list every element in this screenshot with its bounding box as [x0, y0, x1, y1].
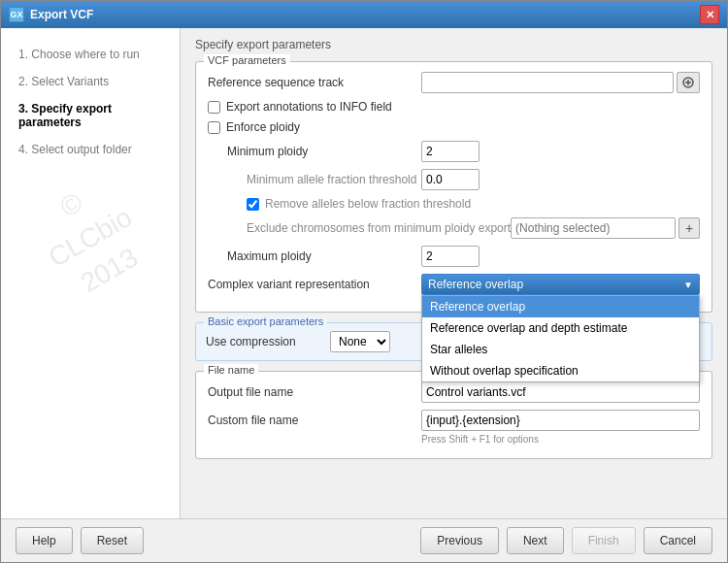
min-ploidy-label: Minimum ploidy: [208, 145, 421, 158]
dropdown-arrow-icon: ▼: [683, 280, 693, 290]
enforce-ploidy-row: Enforce ploidy: [208, 120, 700, 134]
watermark: ©CLCbio2013: [1, 149, 187, 327]
min-ploidy-input[interactable]: [421, 141, 480, 162]
ref-seq-browse-button[interactable]: [677, 72, 700, 93]
custom-file-row: Custom file name Press Shift + F1 for op…: [208, 410, 700, 431]
output-file-row: Output file name: [208, 381, 700, 403]
complex-variant-dropdown[interactable]: Reference overlap ▼ Reference overlap Re…: [421, 274, 700, 295]
vcf-params-title: VCF parameters: [204, 54, 290, 66]
min-allele-input[interactable]: [421, 169, 480, 190]
ref-seq-row: Reference sequence track: [208, 72, 700, 93]
sidebar-item-step2[interactable]: 2. Select Variants: [11, 70, 170, 93]
app-icon: GX: [9, 7, 24, 22]
custom-file-input[interactable]: [421, 410, 700, 431]
export-annotations-checkbox[interactable]: [208, 101, 220, 114]
enforce-ploidy-checkbox[interactable]: [208, 121, 220, 134]
output-file-label: Output file name: [208, 385, 421, 399]
finish-button: Finish: [572, 527, 636, 554]
export-vcf-window: GX Export VCF ✕ 1. Choose where to run 2…: [0, 0, 728, 563]
complex-variant-value: Reference overlap: [428, 278, 523, 291]
ref-seq-input[interactable]: [421, 72, 674, 93]
export-annotations-label: Export annotations to INFO field: [226, 100, 392, 114]
exclude-chrom-label: Exclude chromosomes from minimum ploidy …: [208, 221, 511, 235]
dropdown-option-0[interactable]: Reference overlap: [422, 296, 699, 317]
exclude-chrom-input[interactable]: [511, 217, 676, 239]
sidebar-item-step4[interactable]: 4. Select output folder: [11, 138, 170, 161]
main-content: Specify export parameters VCF parameters…: [181, 28, 727, 518]
use-compression-label: Use compression: [206, 335, 322, 348]
custom-file-label: Custom file name: [208, 414, 421, 427]
exclude-chrom-add-button[interactable]: +: [678, 217, 700, 239]
basic-params-title: Basic export parameters: [204, 315, 327, 327]
sidebar-item-step1[interactable]: 1. Choose where to run: [11, 43, 170, 66]
previous-button[interactable]: Previous: [420, 527, 499, 554]
cancel-button[interactable]: Cancel: [644, 527, 712, 554]
footer-right-buttons: Previous Next Finish Cancel: [420, 527, 712, 554]
close-button[interactable]: ✕: [700, 5, 719, 24]
dropdown-option-3[interactable]: Without overlap specification: [422, 360, 699, 381]
custom-file-container: Press Shift + F1 for options: [421, 410, 700, 431]
complex-variant-selected[interactable]: Reference overlap ▼: [421, 274, 700, 295]
remove-alleles-row: Remove alleles below fraction threshold: [208, 197, 700, 211]
vcf-params-group: VCF parameters Reference sequence track …: [195, 61, 712, 313]
file-name-group: File name Output file name Custom file n…: [195, 371, 712, 459]
dropdown-option-1[interactable]: Reference overlap and depth estimate: [422, 317, 699, 339]
footer-left-buttons: Help Reset: [16, 527, 144, 554]
remove-alleles-label: Remove alleles below fraction threshold: [265, 197, 471, 211]
complex-variant-menu: Reference overlap Reference overlap and …: [421, 295, 700, 382]
section-title: Specify export parameters: [195, 38, 712, 51]
sidebar-item-step3[interactable]: 3. Specify export parameters: [11, 97, 170, 134]
min-allele-label: Minimum allele fraction threshold: [208, 173, 421, 186]
remove-alleles-checkbox[interactable]: [247, 198, 259, 211]
ref-seq-input-group: [421, 72, 700, 93]
complex-variant-row: Complex variant representation Reference…: [208, 274, 700, 295]
ref-seq-label: Reference sequence track: [208, 76, 421, 89]
max-ploidy-input[interactable]: [421, 246, 480, 267]
reset-button[interactable]: Reset: [81, 527, 144, 554]
title-bar: GX Export VCF ✕: [1, 1, 727, 28]
min-allele-row: Minimum allele fraction threshold: [208, 169, 700, 190]
dropdown-option-2[interactable]: Star alleles: [422, 339, 699, 360]
next-button[interactable]: Next: [507, 527, 564, 554]
sidebar: 1. Choose where to run 2. Select Variant…: [1, 28, 181, 518]
complex-variant-label: Complex variant representation: [208, 278, 421, 291]
help-button[interactable]: Help: [16, 527, 73, 554]
min-ploidy-row: Minimum ploidy: [208, 141, 700, 162]
window-title: Export VCF: [30, 8, 93, 21]
max-ploidy-label: Maximum ploidy: [208, 249, 421, 263]
exclude-chrom-row: Exclude chromosomes from minimum ploidy …: [208, 217, 700, 239]
compression-select[interactable]: None GZIP BGZF: [330, 331, 390, 352]
footer: Help Reset Previous Next Finish Cancel: [1, 518, 727, 562]
max-ploidy-row: Maximum ploidy: [208, 246, 700, 267]
title-bar-left: GX Export VCF: [9, 7, 93, 22]
enforce-ploidy-label: Enforce ploidy: [226, 120, 300, 134]
hint-text: Press Shift + F1 for options: [421, 434, 539, 445]
file-name-title: File name: [204, 364, 258, 376]
window-content: 1. Choose where to run 2. Select Variant…: [1, 28, 727, 518]
output-file-input[interactable]: [421, 381, 700, 403]
export-annotations-row: Export annotations to INFO field: [208, 100, 700, 114]
